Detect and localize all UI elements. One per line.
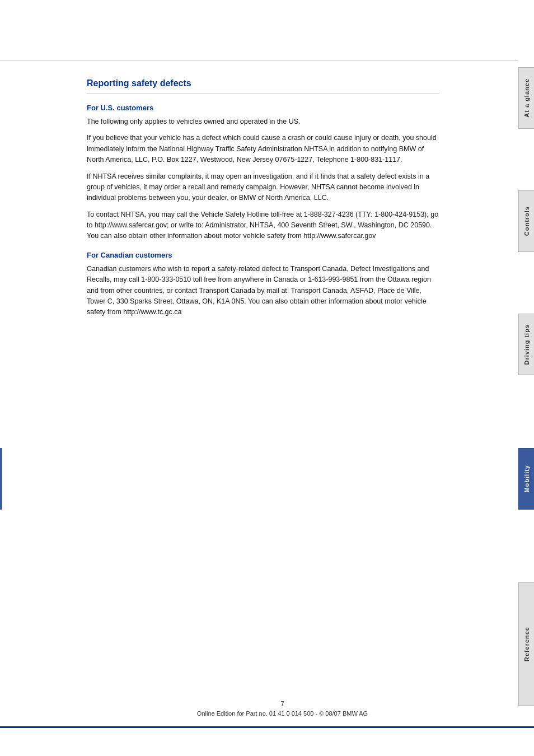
page-title: Reporting safety defects bbox=[87, 78, 439, 94]
section1-heading: For U.S. customers bbox=[87, 104, 439, 112]
tab-at-glance[interactable]: At a glance bbox=[518, 67, 534, 129]
accent-line bbox=[0, 448, 2, 510]
footer-line bbox=[0, 726, 534, 728]
tab-mobility[interactable]: Mobility bbox=[518, 448, 534, 510]
tab-driving[interactable]: Driving tips bbox=[518, 314, 534, 375]
section1-para3: If NHTSA receives similar complaints, it… bbox=[87, 171, 439, 204]
section2-heading: For Canadian customers bbox=[87, 251, 439, 259]
page-container: Reporting safety defects For U.S. custom… bbox=[0, 0, 534, 756]
tab-controls[interactable]: Controls bbox=[518, 190, 534, 252]
main-content: Reporting safety defects For U.S. custom… bbox=[87, 78, 439, 324]
footer: 7 Online Edition for Part no. 01 41 0 01… bbox=[87, 700, 478, 717]
tab-at-glance-label: At a glance bbox=[523, 78, 530, 118]
section1-para2: If you believe that your vehicle has a d… bbox=[87, 133, 439, 165]
tab-controls-label: Controls bbox=[523, 206, 530, 236]
tab-reference[interactable]: Reference bbox=[518, 582, 534, 706]
section2-para1: Canadian customers who wish to report a … bbox=[87, 264, 439, 318]
section1-para4: To contact NHTSA, you may call the Vehic… bbox=[87, 209, 439, 242]
tab-mobility-label: Mobility bbox=[523, 465, 530, 493]
tab-reference-label: Reference bbox=[523, 627, 530, 661]
section1-para1: The following only applies to vehicles o… bbox=[87, 116, 439, 127]
page-number: 7 bbox=[87, 700, 478, 708]
footer-text: Online Edition for Part no. 01 41 0 014 … bbox=[87, 710, 478, 717]
top-divider bbox=[0, 60, 518, 61]
tab-driving-label: Driving tips bbox=[523, 324, 530, 365]
